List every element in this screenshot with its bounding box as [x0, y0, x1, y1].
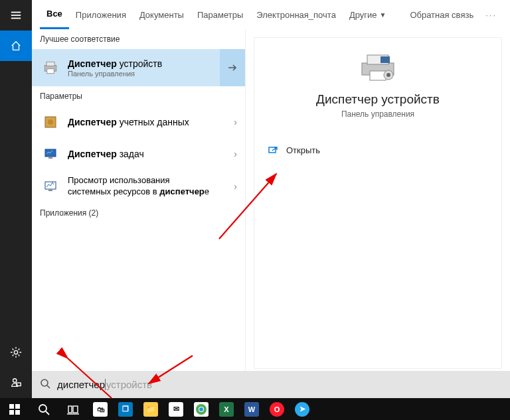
svg-rect-14	[48, 190, 52, 191]
preview-subtitle: Панель управления	[341, 109, 414, 119]
preview-pane: Диспетчер устройств Панель управления От…	[246, 29, 510, 371]
taskbar-app-word[interactable]: W	[239, 401, 264, 417]
taskbar-app-store[interactable]: 🛍	[88, 401, 113, 417]
svg-rect-18	[370, 71, 386, 80]
result-title-rest: устройств	[117, 58, 162, 69]
taskbar-app-trello[interactable]: ❐	[113, 401, 138, 417]
svg-rect-26	[9, 410, 14, 415]
tab-email[interactable]: Электронная_почта	[250, 0, 343, 29]
svg-point-4	[13, 379, 17, 382]
svg-point-3	[14, 350, 17, 354]
svg-point-22	[41, 380, 48, 386]
svg-rect-25	[15, 404, 20, 409]
svg-rect-12	[48, 157, 52, 159]
task-view-button[interactable]	[58, 398, 88, 420]
chevron-right-icon: ›	[234, 181, 237, 192]
search-typed-text: диспетчер	[57, 379, 105, 390]
taskbar-app-explorer[interactable]: 📁	[138, 401, 163, 417]
svg-point-20	[386, 73, 390, 77]
svg-line-23	[47, 385, 50, 388]
results-list: Лучшее соответствие Диспетчер устройств …	[32, 29, 246, 371]
chevron-right-icon: ›	[234, 117, 237, 127]
more-options-button[interactable]: ···	[480, 10, 502, 20]
preview-title: Диспетчер устройств	[316, 92, 440, 107]
svg-point-10	[48, 119, 53, 125]
monitor-chart-icon	[40, 176, 61, 197]
results-area: Лучшее соответствие Диспетчер устройств …	[32, 29, 510, 371]
result-resource-monitor[interactable]: Просмотр использования системных ресурсо…	[32, 170, 245, 203]
open-icon	[268, 146, 280, 155]
svg-rect-27	[15, 410, 20, 415]
tab-feedback[interactable]: Обратная связь	[403, 0, 480, 29]
action-open[interactable]: Открыть	[268, 141, 488, 159]
chevron-right-icon: ›	[234, 149, 237, 159]
result-task-manager[interactable]: Диспетчер задач ›	[32, 138, 245, 170]
svg-rect-24	[9, 404, 14, 409]
monitor-icon	[40, 143, 61, 165]
section-best-match: Лучшее соответствие	[32, 29, 245, 49]
taskbar-app-telegram[interactable]: ➤	[290, 401, 315, 417]
settings-gear-button[interactable]	[0, 337, 32, 368]
result-title-bold: Диспетчер	[68, 58, 117, 69]
search-icon	[40, 378, 50, 391]
taskbar: 🛍 ❐ 📁 ✉ X W O ➤	[0, 398, 510, 420]
tab-apps[interactable]: Приложения	[69, 0, 133, 29]
taskbar-app-chrome[interactable]	[189, 401, 214, 417]
filter-tabs: Все Приложения Документы Параметры Элект…	[32, 0, 510, 29]
svg-rect-8	[47, 69, 54, 74]
start-button[interactable]	[0, 398, 29, 420]
taskbar-app-opera[interactable]: O	[264, 401, 290, 417]
section-settings: Параметры	[32, 86, 245, 106]
svg-rect-30	[68, 406, 72, 413]
safe-icon	[40, 111, 61, 133]
taskbar-search-button[interactable]	[29, 398, 58, 420]
result-subtitle: Панель управления	[68, 70, 216, 78]
expand-arrow-button[interactable]	[220, 49, 245, 86]
hamburger-button[interactable]	[0, 0, 32, 31]
svg-rect-31	[73, 406, 78, 413]
svg-rect-17	[381, 56, 390, 63]
left-rail	[0, 0, 32, 398]
search-suggestion-text: устройств	[105, 379, 152, 390]
tab-all[interactable]: Все	[40, 0, 69, 29]
svg-rect-7	[46, 62, 54, 66]
svg-point-35	[199, 407, 203, 411]
chevron-down-icon: ▼	[380, 11, 386, 19]
account-button[interactable]	[0, 368, 32, 398]
result-device-manager[interactable]: Диспетчер устройств Панель управления	[32, 49, 245, 86]
taskbar-app-excel[interactable]: X	[214, 401, 239, 417]
svg-line-29	[46, 411, 49, 415]
taskbar-app-mail[interactable]: ✉	[163, 401, 189, 417]
tab-settings[interactable]: Параметры	[191, 0, 250, 29]
search-input-row[interactable]: диспетчер устройств	[32, 371, 510, 398]
action-open-label: Открыть	[286, 145, 320, 155]
section-apps: Приложения (2)	[32, 203, 245, 223]
result-credential-manager[interactable]: Диспетчер учетных данных ›	[32, 106, 245, 138]
svg-point-28	[39, 405, 46, 412]
device-manager-large-icon	[357, 51, 399, 83]
svg-rect-21	[269, 147, 276, 153]
printer-icon	[40, 57, 61, 78]
tab-documents[interactable]: Документы	[133, 0, 191, 29]
tab-more[interactable]: Другие▼	[343, 0, 393, 29]
preview-card: Диспетчер устройств Панель управления От…	[254, 37, 502, 369]
home-button[interactable]	[0, 31, 32, 61]
